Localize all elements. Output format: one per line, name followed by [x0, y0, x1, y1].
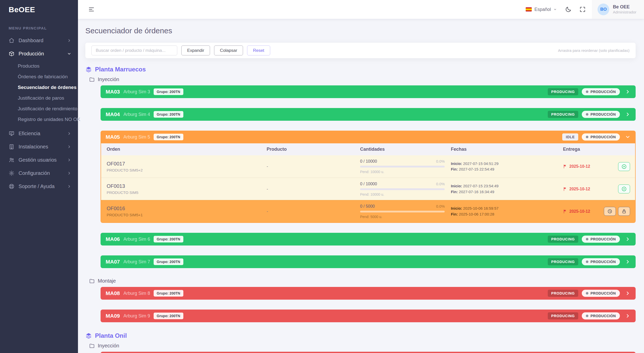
machine-row-ma05[interactable]: MA05 Arburg Sim 5 Grupo: 200TN IDLE PROD…	[101, 131, 636, 143]
chevron-right-icon[interactable]	[625, 313, 631, 319]
chevron-right-icon	[67, 145, 71, 149]
hamburger-menu-button[interactable]	[87, 5, 96, 14]
machine-name: Arburg Sim 3	[123, 89, 150, 95]
machine-name: Arburg Sim 4	[123, 112, 150, 117]
sidebar-item-eficiencia[interactable]: Eficiencia	[0, 127, 78, 140]
machine-row-ma08[interactable]: MA08 Arburg Sim 8 Grupo: 200TN PRODUCING…	[101, 287, 636, 300]
lock-icon	[621, 209, 627, 214]
sidebar-item-ordenes-fabricacion[interactable]: Órdenes de fabricación	[0, 71, 78, 82]
state-dot	[586, 90, 588, 93]
topbar: Español BO Be OEE Administrador	[78, 0, 644, 19]
machine-status-badge: IDLE	[562, 133, 578, 141]
drag-hint: Arrastra para reordenar (solo planificad…	[558, 48, 630, 53]
dark-mode-toggle[interactable]	[564, 5, 573, 14]
chevron-right-icon[interactable]	[625, 236, 631, 242]
group-title-montaje: Montaje	[89, 278, 636, 284]
delivery-date: 2025-10-12	[563, 209, 590, 214]
order-row[interactable]: OF0017 PRODUCTO SIM5+2 - 0 / 10000 0.0% …	[101, 155, 635, 178]
play-circle-icon	[621, 186, 627, 192]
chevron-down-icon[interactable]	[625, 134, 631, 140]
machine-row-ma09[interactable]: MA09 Arburg Sim 9 Grupo: 200TN PRODUCING…	[101, 310, 636, 322]
machine-name: Arburg Sim 6	[123, 237, 150, 242]
machine-row-ma07[interactable]: MA07 Arburg Sim 7 Grupo: 200TN PRODUCING…	[101, 255, 636, 268]
page-content: Secuenciador de órdenes Expandir Colapsa…	[78, 19, 644, 353]
machine-status-badge: PRODUCING	[548, 88, 578, 95]
chevron-right-icon[interactable]	[625, 112, 631, 117]
sidebar-item-justificacion-rendimiento[interactable]: Justificación de rendimiento	[0, 103, 78, 114]
machine-name: Arburg Sim 5	[123, 134, 150, 140]
chevron-right-icon[interactable]	[625, 290, 631, 296]
machine-code: MA07	[106, 259, 120, 265]
order-progress-bar	[360, 211, 445, 212]
user-name: Be OEE	[613, 4, 636, 10]
machine-row-ma01[interactable]: MA01 Arburg Sim 1 Grupo: 450TN DISCONNEC…	[101, 352, 636, 353]
machine-group-badge: Grupo: 200TN	[154, 290, 183, 297]
sidebar-item-secuenciador[interactable]: Secuenciador de órdenes	[0, 82, 78, 93]
orders-table-header: Orden Producto Cantidades Fechas Entrega	[101, 143, 635, 155]
sidebar-item-justificacion-paros[interactable]: Justificación de paros	[0, 93, 78, 103]
chevron-right-icon[interactable]	[625, 89, 631, 95]
main-area: Español BO Be OEE Administrador Secuenci…	[78, 0, 644, 353]
order-end-date: 2027-07-15 22:54:49	[459, 167, 494, 171]
expand-all-button[interactable]: Expandir	[181, 45, 210, 55]
machine-code: MA04	[106, 111, 120, 117]
machine-state-pill: PRODUCCIÓN	[582, 312, 620, 319]
layers-icon	[85, 332, 92, 339]
production-icon	[9, 51, 14, 57]
machine-row-ma04[interactable]: MA04 Arburg Sim 4 Grupo: 200TN PRODUCING…	[101, 108, 636, 121]
sidebar-item-dashboard[interactable]: Dashboard	[0, 34, 78, 47]
delivery-date: 2025-10-12	[563, 164, 590, 169]
sidebar: BeOEE MENU PRINCIPAL Dashboard Producció…	[0, 0, 78, 353]
reset-button[interactable]: Reset	[247, 45, 270, 55]
state-dot	[586, 238, 588, 240]
sidebar-item-instalaciones[interactable]: Instalaciones	[0, 140, 78, 153]
sidebar-item-soporte[interactable]: Soporte / Ayuda	[0, 180, 78, 193]
search-input[interactable]	[91, 45, 177, 55]
start-order-button[interactable]	[618, 162, 630, 171]
sidebar-item-produccion[interactable]: Producción	[0, 47, 78, 60]
order-row-active[interactable]: OF0016 PRODUCTO SIM5+1 - 0 / 5000 0.0% P…	[101, 200, 635, 222]
machine-status-badge: PRODUCING	[548, 111, 578, 118]
machine-group-badge: Grupo: 200TN	[154, 236, 183, 242]
brand-logo[interactable]: BeOEE	[0, 0, 78, 19]
machine-row-ma03[interactable]: MA03 Arburg Sim 3 Grupo: 200TN PRODUCING…	[101, 85, 636, 98]
order-quantity: 0 / 5000	[360, 204, 375, 209]
machine-status-badge: PRODUCING	[548, 312, 578, 319]
sidebar-item-configuracion[interactable]: Configuración	[0, 166, 78, 180]
order-product-name: PRODUCTO SIM5+1	[107, 213, 261, 217]
user-menu[interactable]: BO Be OEE Administrador	[592, 0, 644, 19]
machine-code: MA03	[106, 89, 120, 95]
chevron-right-icon	[67, 158, 71, 162]
sidebar-item-gestion-usuarios[interactable]: Gestión usuarios	[0, 153, 78, 166]
hamburger-icon	[88, 6, 95, 13]
page-title: Secuenciador de órdenes	[85, 26, 636, 35]
play-circle-icon	[621, 164, 627, 169]
order-progress-pct: 0.0%	[436, 159, 445, 163]
column-header-fechas: Fechas	[451, 143, 563, 155]
order-pending: Pend: 5000 u.	[360, 215, 445, 219]
users-icon	[9, 157, 14, 163]
machine-row-ma06[interactable]: MA06 Arburg Sim 6 Grupo: 200TN PRODUCING…	[101, 233, 636, 245]
chevron-right-icon	[67, 184, 71, 189]
sidebar-item-registro-no-ok[interactable]: Registro de unidades NO OK	[0, 114, 78, 125]
plant-title-marruecos: Planta Marruecos	[85, 66, 636, 73]
fullscreen-button[interactable]	[578, 5, 587, 14]
machine-state-pill: PRODUCCIÓN	[582, 236, 620, 243]
producto-cell: -	[267, 187, 268, 191]
machine-group-badge: Grupo: 200TN	[154, 258, 183, 265]
layers-icon	[85, 66, 92, 73]
chevron-right-icon[interactable]	[625, 259, 631, 265]
language-selector[interactable]: Español	[526, 7, 557, 12]
order-row[interactable]: OF0013 PRODUCTO SIM5 - 0 / 10000 0.0% Pe…	[101, 178, 635, 200]
sidebar-item-productos[interactable]: Productos	[0, 61, 78, 71]
start-order-button[interactable]	[618, 185, 630, 193]
delivery-date: 2025-10-12	[563, 187, 590, 191]
machine-code: MA08	[106, 290, 120, 296]
lock-button[interactable]	[618, 207, 630, 216]
order-id: OF0016	[107, 206, 261, 211]
state-dot	[586, 260, 588, 263]
order-progress-bar	[360, 166, 445, 167]
history-button[interactable]	[604, 207, 616, 216]
collapse-all-button[interactable]: Colapsar	[214, 45, 243, 55]
user-role: Administrador	[613, 10, 636, 14]
